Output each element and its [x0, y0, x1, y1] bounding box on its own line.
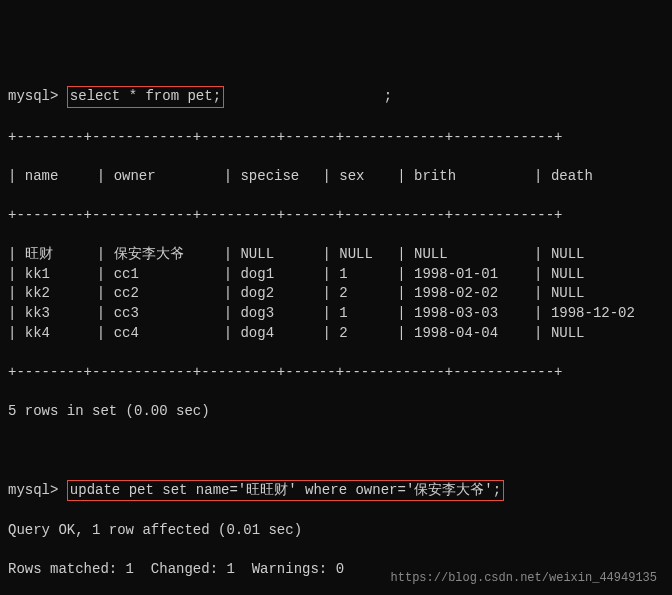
cell-name: kk1: [25, 265, 97, 285]
query-update: update pet set name='旺旺财' where owner='保…: [67, 480, 504, 502]
cell-sex: 1: [339, 304, 397, 324]
cell-owner: cc1: [114, 265, 224, 285]
table-row: | kk4| cc4| dog4| 2| 1998-04-04| NULL|: [8, 324, 664, 344]
col-owner: owner: [114, 167, 224, 187]
cell-specise: dog2: [240, 284, 322, 304]
separator: +--------+------------+---------+------+…: [8, 128, 664, 148]
cell-death: NULL: [551, 324, 671, 344]
table-row: | kk3| cc3| dog3| 1| 1998-03-03| 1998-12…: [8, 304, 664, 324]
prompt-line-1[interactable]: mysql> select * from pet; ;: [8, 86, 664, 108]
cell-death: NULL: [551, 284, 671, 304]
cell-sex: 2: [339, 324, 397, 344]
table-row: | kk1| cc1| dog1| 1| 1998-01-01| NULL|: [8, 265, 664, 285]
cell-sex: NULL: [339, 245, 397, 265]
col-name: name: [25, 167, 97, 187]
cell-name: kk4: [25, 324, 97, 344]
mysql-prompt: mysql>: [8, 482, 58, 498]
col-specise: specise: [240, 167, 322, 187]
table-row: | 旺财| 保安李大爷| NULL| NULL| NULL| NULL|: [8, 245, 664, 265]
cell-specise: NULL: [240, 245, 322, 265]
cell-death: NULL: [551, 245, 671, 265]
cell-specise: dog1: [240, 265, 322, 285]
separator: +--------+------------+---------+------+…: [8, 206, 664, 226]
cell-brith: 1998-04-04: [414, 324, 534, 344]
cell-sex: 1: [339, 265, 397, 285]
query-select-1: select * from pet;: [67, 86, 224, 108]
mysql-prompt: mysql>: [8, 88, 58, 104]
cell-owner: 保安李大爷: [114, 245, 224, 265]
cell-name: 旺财: [25, 245, 97, 265]
cell-brith: 1998-02-02: [414, 284, 534, 304]
cell-sex: 2: [339, 284, 397, 304]
col-sex: sex: [339, 167, 397, 187]
cell-death: NULL: [551, 265, 671, 285]
prompt-line-2[interactable]: mysql> update pet set name='旺旺财' where o…: [8, 480, 664, 502]
cell-name: kk2: [25, 284, 97, 304]
separator: +--------+------------+---------+------+…: [8, 363, 664, 383]
stray-semicolon: ;: [384, 88, 392, 104]
table-header-row: | name| owner| specise| sex| brith| deat…: [8, 167, 664, 187]
watermark: https://blog.csdn.net/weixin_44949135: [391, 570, 657, 587]
col-death: death: [551, 167, 671, 187]
rows-in-set-1: 5 rows in set (0.00 sec): [8, 402, 664, 422]
cell-specise: dog4: [240, 324, 322, 344]
cell-owner: cc4: [114, 324, 224, 344]
cell-death: 1998-12-02: [551, 304, 671, 324]
cell-owner: cc3: [114, 304, 224, 324]
cell-brith: 1998-03-03: [414, 304, 534, 324]
cell-specise: dog3: [240, 304, 322, 324]
col-brith: brith: [414, 167, 534, 187]
cell-owner: cc2: [114, 284, 224, 304]
cell-name: kk3: [25, 304, 97, 324]
cell-brith: NULL: [414, 245, 534, 265]
table-row: | kk2| cc2| dog2| 2| 1998-02-02| NULL|: [8, 284, 664, 304]
cell-brith: 1998-01-01: [414, 265, 534, 285]
update-result-1: Query OK, 1 row affected (0.01 sec): [8, 521, 664, 541]
